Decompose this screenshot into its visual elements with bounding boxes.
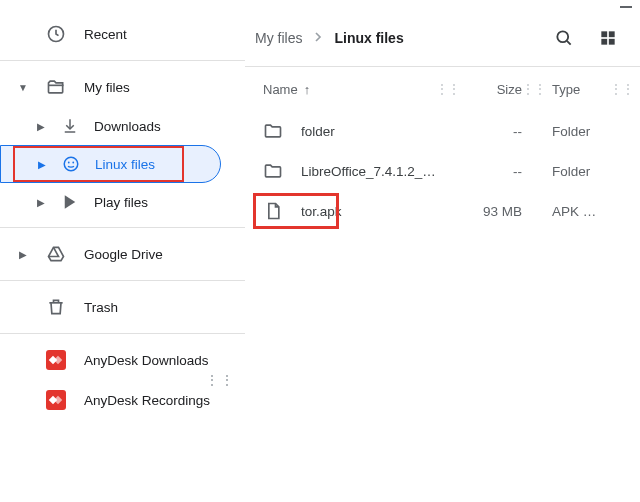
svg-point-4 — [557, 31, 568, 42]
svg-point-3 — [72, 162, 74, 164]
window-minimize-button[interactable] — [620, 6, 632, 8]
drag-handle-icon[interactable]: ⋮⋮ — [205, 377, 235, 384]
file-type: APK … — [538, 204, 610, 219]
chevron-right-icon: ▶ — [36, 121, 46, 132]
column-header-name[interactable]: Name ↑ — [263, 82, 436, 97]
table-row[interactable]: tor.apk ⋮⋮ 93 MB ⋮⋮ APK … ⋮⋮ — [245, 191, 640, 231]
header: My files Linux files — [245, 10, 640, 66]
column-label: Name — [263, 82, 298, 97]
svg-point-2 — [68, 162, 70, 164]
sidebar-item-label: AnyDesk Downloads — [84, 353, 245, 368]
file-size: -- — [452, 124, 522, 139]
sidebar-item-label: Linux files — [95, 157, 220, 172]
sidebar-item-label: Recent — [84, 27, 245, 42]
sidebar-item-myfiles[interactable]: ▼ My files — [0, 67, 245, 107]
sidebar-item-label: Trash — [84, 300, 245, 315]
column-resize-handle[interactable]: ⋮⋮ — [436, 82, 452, 96]
download-icon — [60, 116, 80, 136]
svg-rect-5 — [601, 31, 607, 37]
file-size: -- — [452, 164, 522, 179]
file-type: Folder — [538, 124, 610, 139]
sidebar-anydesk-group: ▶ AnyDesk Downloads ▶ AnyDesk Recordings… — [0, 340, 245, 420]
file-name: tor.apk — [301, 204, 436, 219]
divider — [0, 333, 245, 334]
sort-ascending-icon: ↑ — [304, 82, 311, 97]
divider — [0, 280, 245, 281]
chevron-down-icon: ▼ — [18, 82, 28, 93]
sidebar-item-downloads[interactable]: ▶ Downloads — [0, 107, 245, 145]
linux-icon — [61, 154, 81, 174]
divider — [0, 60, 245, 61]
table-body: folder ⋮⋮ -- ⋮⋮ Folder ⋮⋮ LibreOffice_7.… — [245, 111, 640, 231]
file-size: 93 MB — [452, 204, 522, 219]
column-header-size[interactable]: Size — [452, 82, 522, 97]
column-resize-handle[interactable]: ⋮⋮ — [522, 82, 538, 96]
folder-icon — [263, 161, 283, 181]
column-resize-handle[interactable]: ⋮⋮ — [610, 82, 626, 96]
svg-rect-8 — [609, 39, 615, 45]
google-drive-icon — [46, 244, 66, 264]
anydesk-icon — [46, 390, 66, 410]
file-name: folder — [301, 124, 436, 139]
table-row[interactable]: folder ⋮⋮ -- ⋮⋮ Folder ⋮⋮ — [245, 111, 640, 151]
file-name: LibreOffice_7.4.1.2_Linux_x86-64_deb — [301, 164, 436, 179]
folder-open-icon — [46, 77, 66, 97]
breadcrumb-current: Linux files — [334, 30, 403, 46]
folder-icon — [263, 121, 283, 141]
column-label: Size — [497, 82, 522, 97]
view-grid-button[interactable] — [590, 20, 626, 56]
file-icon — [263, 201, 283, 221]
table-header: Name ↑ ⋮⋮ Size ⋮⋮ Type ⋮⋮ — [245, 67, 640, 111]
chevron-right-icon — [310, 29, 326, 48]
sidebar: ▶ Recent ▼ My files ▶ Downloads ▶ — [0, 10, 245, 502]
table-row[interactable]: LibreOffice_7.4.1.2_Linux_x86-64_deb ⋮⋮ … — [245, 151, 640, 191]
search-button[interactable] — [546, 20, 582, 56]
sidebar-item-label: Play files — [94, 195, 245, 210]
trash-icon — [46, 297, 66, 317]
sidebar-item-trash[interactable]: ▶ Trash — [0, 287, 245, 327]
chevron-right-icon: ▶ — [37, 159, 47, 170]
chevron-right-icon: ▶ — [18, 249, 28, 260]
sidebar-item-play-files[interactable]: ▶ Play files — [0, 183, 245, 221]
window-controls — [0, 0, 640, 10]
file-type: Folder — [538, 164, 610, 179]
main-panel: My files Linux files Name ↑ ⋮⋮ Size ⋮ — [245, 10, 640, 502]
sidebar-item-label: Downloads — [94, 119, 245, 134]
breadcrumb-parent[interactable]: My files — [255, 30, 302, 46]
column-header-type[interactable]: Type — [538, 82, 610, 97]
svg-rect-7 — [601, 39, 607, 45]
sidebar-item-google-drive[interactable]: ▶ Google Drive — [0, 234, 245, 274]
sidebar-item-recent[interactable]: ▶ Recent — [0, 14, 245, 54]
anydesk-icon — [46, 350, 66, 370]
sidebar-item-linux-files[interactable]: ▶ Linux files — [0, 145, 221, 183]
clock-icon — [46, 24, 66, 44]
sidebar-item-label: AnyDesk Recordings — [84, 393, 245, 408]
sidebar-item-label: Google Drive — [84, 247, 245, 262]
play-store-icon — [60, 192, 80, 212]
column-label: Type — [552, 82, 580, 97]
sidebar-item-label: My files — [84, 80, 245, 95]
chevron-right-icon: ▶ — [36, 197, 46, 208]
svg-point-1 — [64, 157, 78, 171]
svg-rect-6 — [609, 31, 615, 37]
divider — [0, 227, 245, 228]
app-root: ▶ Recent ▼ My files ▶ Downloads ▶ — [0, 10, 640, 502]
